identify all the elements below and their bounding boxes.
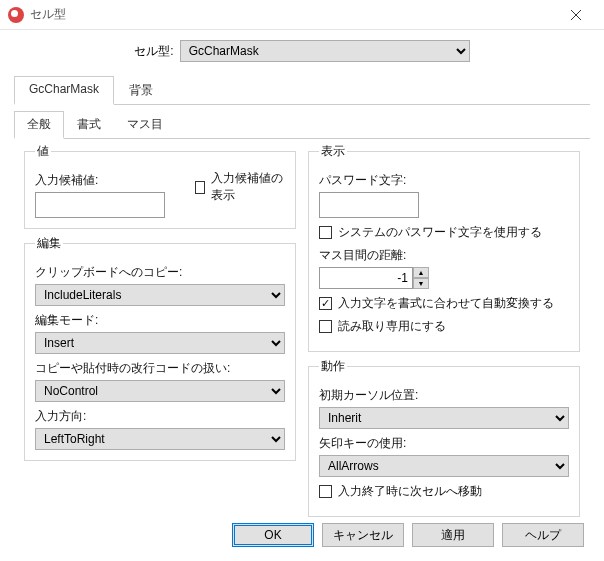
show-candidate-checkbox[interactable] bbox=[195, 181, 205, 194]
autoformat-checkbox[interactable] bbox=[319, 297, 332, 310]
content: 値 入力候補値: 入力候補値の表示 編集 クリップボードへのコピー: Inclu… bbox=[0, 139, 604, 523]
direction-label: 入力方向: bbox=[35, 408, 285, 425]
newline-select[interactable]: NoControl bbox=[35, 380, 285, 402]
app-icon bbox=[8, 7, 24, 23]
right-column: 表示 パスワード文字: システムのパスワード文字を使用する マス目間の距離: ▲… bbox=[308, 143, 580, 523]
tab-general[interactable]: 全般 bbox=[14, 111, 64, 139]
tab-grid[interactable]: マス目 bbox=[114, 111, 176, 138]
footer-buttons: OK キャンセル 適用 ヘルプ bbox=[232, 523, 584, 547]
newline-label: コピーや貼付時の改行コードの扱い: bbox=[35, 360, 285, 377]
close-button[interactable] bbox=[556, 0, 596, 30]
system-password-checkbox[interactable] bbox=[319, 226, 332, 239]
candidate-input[interactable] bbox=[35, 192, 165, 218]
autoformat-label: 入力文字を書式に合わせて自動変換する bbox=[338, 295, 554, 312]
group-value-legend: 値 bbox=[35, 143, 51, 160]
group-value: 値 入力候補値: 入力候補値の表示 bbox=[24, 143, 296, 229]
candidate-label: 入力候補値: bbox=[35, 172, 165, 189]
editmode-select[interactable]: Insert bbox=[35, 332, 285, 354]
tab-gccharmask[interactable]: GcCharMask bbox=[14, 76, 114, 105]
movenext-checkbox[interactable] bbox=[319, 485, 332, 498]
cancel-button[interactable]: キャンセル bbox=[322, 523, 404, 547]
tab-background[interactable]: 背景 bbox=[114, 76, 168, 104]
left-column: 値 入力候補値: 入力候補値の表示 編集 クリップボードへのコピー: Inclu… bbox=[24, 143, 296, 523]
arrow-label: 矢印キーの使用: bbox=[319, 435, 569, 452]
distance-spin-up[interactable]: ▲ bbox=[413, 267, 429, 278]
group-display-legend: 表示 bbox=[319, 143, 347, 160]
distance-spin-down[interactable]: ▼ bbox=[413, 278, 429, 289]
cell-type-select[interactable]: GcCharMask bbox=[180, 40, 470, 62]
ok-button[interactable]: OK bbox=[232, 523, 314, 547]
cursor-select[interactable]: Inherit bbox=[319, 407, 569, 429]
group-edit: 編集 クリップボードへのコピー: IncludeLiterals 編集モード: … bbox=[24, 235, 296, 461]
group-behavior: 動作 初期カーソル位置: Inherit 矢印キーの使用: AllArrows … bbox=[308, 358, 580, 517]
cursor-label: 初期カーソル位置: bbox=[319, 387, 569, 404]
cell-type-label: セル型: bbox=[134, 43, 173, 60]
inner-tabs: 全般 書式 マス目 bbox=[14, 111, 590, 139]
password-label: パスワード文字: bbox=[319, 172, 569, 189]
clipboard-label: クリップボードへのコピー: bbox=[35, 264, 285, 281]
arrow-select[interactable]: AllArrows bbox=[319, 455, 569, 477]
readonly-label: 読み取り専用にする bbox=[338, 318, 446, 335]
titlebar: セル型 bbox=[0, 0, 604, 30]
group-behavior-legend: 動作 bbox=[319, 358, 347, 375]
cell-type-row: セル型: GcCharMask bbox=[0, 30, 604, 76]
outer-tabs: GcCharMask 背景 bbox=[14, 76, 590, 105]
group-edit-legend: 編集 bbox=[35, 235, 63, 252]
distance-input[interactable] bbox=[319, 267, 413, 289]
password-input[interactable] bbox=[319, 192, 419, 218]
help-button[interactable]: ヘルプ bbox=[502, 523, 584, 547]
clipboard-select[interactable]: IncludeLiterals bbox=[35, 284, 285, 306]
tab-format[interactable]: 書式 bbox=[64, 111, 114, 138]
window-title: セル型 bbox=[30, 6, 556, 23]
movenext-label: 入力終了時に次セルへ移動 bbox=[338, 483, 482, 500]
distance-label: マス目間の距離: bbox=[319, 247, 569, 264]
direction-select[interactable]: LeftToRight bbox=[35, 428, 285, 450]
group-display: 表示 パスワード文字: システムのパスワード文字を使用する マス目間の距離: ▲… bbox=[308, 143, 580, 352]
show-candidate-label: 入力候補値の表示 bbox=[211, 170, 285, 204]
system-password-label: システムのパスワード文字を使用する bbox=[338, 224, 542, 241]
editmode-label: 編集モード: bbox=[35, 312, 285, 329]
apply-button[interactable]: 適用 bbox=[412, 523, 494, 547]
readonly-checkbox[interactable] bbox=[319, 320, 332, 333]
